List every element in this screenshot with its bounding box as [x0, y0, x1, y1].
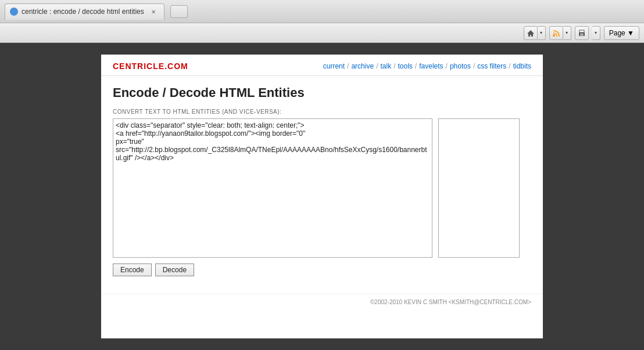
site-nav: current / archive / talk / tools / favel…	[323, 62, 531, 70]
nav-sep-5: /	[446, 62, 448, 70]
nav-talk[interactable]: talk	[380, 62, 391, 70]
rss-dropdown[interactable]: ▾	[563, 26, 571, 40]
textareas-row: <div class="separator" style="clear: bot…	[113, 118, 531, 258]
print-dropdown[interactable]: ▾	[592, 26, 600, 40]
nav-sep-4: /	[415, 62, 417, 70]
input-textarea[interactable]: <div class="separator" style="clear: bot…	[113, 118, 432, 258]
nav-sep-1: /	[347, 62, 349, 70]
page-title: Encode / Decode HTML Entities	[113, 85, 531, 100]
button-row: Encode Decode	[113, 264, 531, 276]
svg-rect-5	[580, 35, 584, 35]
browser-tab[interactable]: centricle : encode / decode html entitie…	[5, 3, 164, 20]
toolbar-right-group: ▾ ▾ ▾ Page ▼	[524, 26, 639, 40]
footer-text: ©2002-2010 KEVIN C SMITH <KSMITH@CENTRIC…	[370, 299, 531, 305]
browser-tab-bar: centricle : encode / decode html entitie…	[0, 0, 644, 23]
page-background: CENTRICLE.COM current / archive / talk /…	[0, 43, 644, 350]
nav-tidbits[interactable]: tidbits	[513, 62, 531, 70]
website-frame: CENTRICLE.COM current / archive / talk /…	[101, 55, 543, 338]
home-button[interactable]	[524, 26, 538, 40]
nav-tools[interactable]: tools	[398, 62, 413, 70]
page-button-label: Page ▼	[609, 29, 634, 37]
site-logo: CENTRICLE.COM	[113, 62, 188, 71]
nav-sep-2: /	[376, 62, 378, 70]
site-header: CENTRICLE.COM current / archive / talk /…	[101, 55, 543, 76]
encode-button[interactable]: Encode	[113, 264, 152, 276]
tab-favicon	[10, 8, 18, 16]
nav-favelets[interactable]: favelets	[419, 62, 443, 70]
nav-photos[interactable]: photos	[450, 62, 471, 70]
svg-point-1	[553, 34, 555, 37]
page-button[interactable]: Page ▼	[604, 26, 639, 40]
nav-sep-3: /	[393, 62, 395, 70]
new-tab-btn[interactable]	[170, 5, 188, 18]
site-content: Encode / Decode HTML Entities CONVERT TE…	[101, 76, 543, 294]
nav-current[interactable]: current	[323, 62, 345, 70]
site-footer: ©2002-2010 KEVIN C SMITH <KSMITH@CENTRIC…	[101, 294, 543, 310]
tab-close-btn[interactable]: ✕	[150, 8, 157, 15]
browser-toolbar: ▾ ▾ ▾ Page ▼	[0, 23, 644, 43]
nav-sep-7: /	[509, 62, 510, 70]
nav-css-filters[interactable]: css filters	[477, 62, 506, 70]
home-button-group: ▾	[524, 26, 546, 40]
nav-archive[interactable]: archive	[351, 62, 374, 70]
output-textarea[interactable]	[438, 118, 520, 258]
rss-button[interactable]	[549, 26, 563, 40]
logo-main: CENTRICLE	[113, 62, 164, 71]
convert-label: CONVERT TEXT TO HTML ENTITIES (AND VICE-…	[113, 109, 531, 115]
tab-title: centricle : encode / decode html entitie…	[22, 8, 144, 16]
home-dropdown[interactable]: ▾	[538, 26, 546, 40]
rss-button-group: ▾	[549, 26, 571, 40]
decode-button[interactable]: Decode	[155, 264, 194, 276]
logo-ext: .COM	[164, 62, 188, 71]
svg-rect-3	[579, 30, 584, 33]
print-button[interactable]	[575, 26, 589, 40]
svg-rect-4	[580, 34, 584, 34]
nav-sep-6: /	[473, 62, 475, 70]
svg-marker-0	[527, 30, 534, 37]
